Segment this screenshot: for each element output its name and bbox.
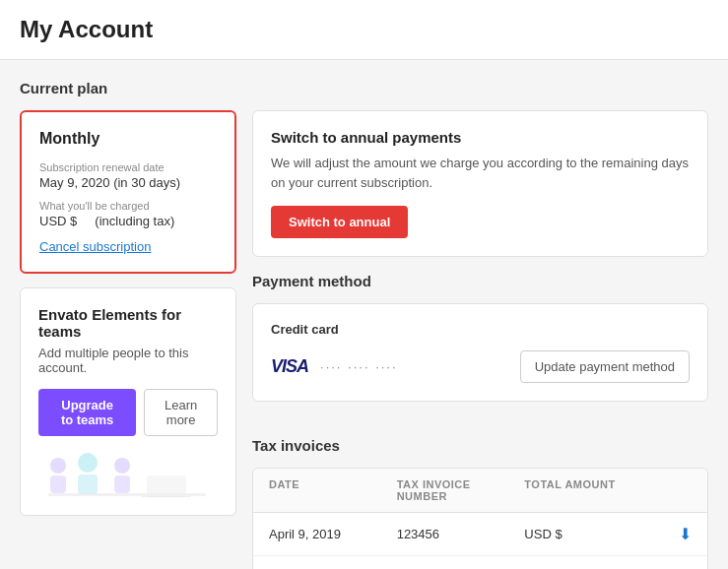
switch-desc: We will adjust the amount we charge you … xyxy=(271,154,690,192)
svg-rect-3 xyxy=(78,474,98,494)
card-number-dots: ···· ···· ···· xyxy=(320,359,398,374)
upgrade-to-teams-button[interactable]: Upgrade to teams xyxy=(38,389,136,436)
update-payment-method-button[interactable]: Update payment method xyxy=(520,350,690,383)
svg-rect-7 xyxy=(147,475,186,497)
learn-more-button[interactable]: Learn more xyxy=(144,389,218,436)
teams-desc: Add multiple people to this account. xyxy=(38,346,218,375)
payment-row: VISA ···· ···· ···· Update payment metho… xyxy=(271,350,690,383)
col-invoice: TAX INVOICE NUMBER xyxy=(397,478,525,502)
switch-to-annual-button[interactable]: Switch to annual xyxy=(271,206,408,238)
plan-card: Monthly Subscription renewal date May 9,… xyxy=(20,110,236,274)
teams-card: Envato Elements for teams Add multiple p… xyxy=(20,287,236,516)
header: My Account xyxy=(0,0,728,60)
svg-rect-8 xyxy=(142,496,191,497)
payment-section: Payment method Credit card VISA ···· ···… xyxy=(252,273,708,402)
table-row: April 9, 2019 123456 USD $ ⬇ xyxy=(253,513,707,556)
card-info: VISA ···· ···· ···· xyxy=(271,356,398,377)
page-title: My Account xyxy=(20,16,708,43)
switch-title: Switch to annual payments xyxy=(271,129,690,146)
teams-title: Envato Elements for teams xyxy=(38,306,218,340)
svg-rect-1 xyxy=(50,475,66,493)
plan-section: Monthly Subscription renewal date May 9,… xyxy=(20,110,708,569)
right-column: Switch to annual payments We will adjust… xyxy=(252,110,708,569)
visa-logo: VISA xyxy=(271,356,308,377)
plan-name: Monthly xyxy=(39,130,217,148)
invoices-table: DATE TAX INVOICE NUMBER TOTAL AMOUNT Apr… xyxy=(252,468,708,569)
download-button-1[interactable]: ⬇ xyxy=(652,525,692,543)
switch-to-annual-card: Switch to annual payments We will adjust… xyxy=(252,110,708,257)
invoice-number-1: 123456 xyxy=(397,527,525,541)
svg-point-2 xyxy=(78,453,98,473)
renewal-value: May 9, 2020 (in 30 days) xyxy=(39,175,217,190)
table-header: DATE TAX INVOICE NUMBER TOTAL AMOUNT xyxy=(253,469,707,513)
invoice-amount-1: USD $ xyxy=(524,527,652,541)
current-plan-title: Current plan xyxy=(20,80,708,96)
svg-rect-5 xyxy=(114,475,130,493)
page-container: My Account Current plan Monthly Subscrip… xyxy=(0,0,728,569)
charge-label: What you'll be charged xyxy=(39,200,217,212)
invoices-section: Tax invoices DATE TAX INVOICE NUMBER TOT… xyxy=(252,437,708,569)
payment-card: Credit card VISA ···· ···· ···· Update p… xyxy=(252,303,708,402)
left-column: Monthly Subscription renewal date May 9,… xyxy=(20,110,236,569)
table-row: March 9, 2019 123456 USD $ ⬇ xyxy=(253,556,707,569)
col-amount: TOTAL AMOUNT xyxy=(524,478,652,502)
teams-illustration xyxy=(38,448,218,497)
invoice-date-1: April 9, 2019 xyxy=(269,527,397,541)
col-action xyxy=(652,478,692,502)
tax-invoices-title: Tax invoices xyxy=(252,437,708,454)
teams-buttons: Upgrade to teams Learn more xyxy=(38,389,218,436)
payment-method-title: Payment method xyxy=(252,273,708,289)
charge-value: USD $ (including tax) xyxy=(39,214,217,228)
credit-card-label: Credit card xyxy=(271,322,690,337)
content: Current plan Monthly Subscription renewa… xyxy=(0,60,728,569)
cancel-subscription-button[interactable]: Cancel subscription xyxy=(39,239,151,254)
teams-illustration-svg xyxy=(38,448,216,497)
renewal-label: Subscription renewal date xyxy=(39,161,217,173)
col-date: DATE xyxy=(269,478,397,502)
svg-point-4 xyxy=(114,458,130,474)
svg-point-0 xyxy=(50,458,66,474)
charge-note: (including tax) xyxy=(95,214,174,228)
